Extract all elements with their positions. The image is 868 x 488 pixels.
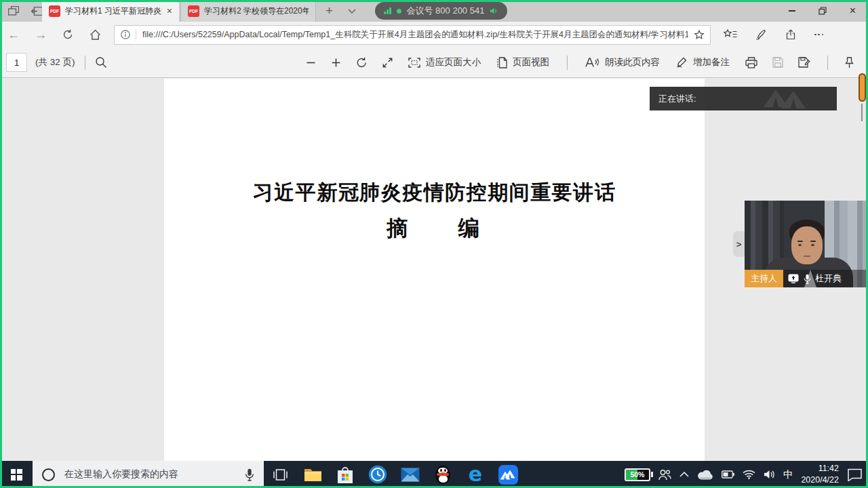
windows-logo-icon [11, 469, 22, 481]
pdf-page: 习近平新冠肺炎疫情防控期间重要讲话 摘 编 [164, 79, 705, 461]
favorites-hub-icon[interactable] [724, 29, 737, 40]
edge-browser-button[interactable]: e [459, 461, 492, 488]
video-name-bar: 主持人 杜开典 [745, 270, 868, 287]
wifi-tray-icon[interactable] [743, 470, 755, 479]
pdf-search-button[interactable] [95, 56, 107, 68]
onedrive-cloud-icon[interactable] [697, 470, 713, 480]
refresh-button[interactable] [54, 29, 81, 40]
fit-page-button[interactable]: 适应页面大小 [400, 56, 489, 68]
tray-overflow-chevron-icon[interactable] [679, 472, 689, 477]
home-button[interactable] [81, 29, 108, 40]
page-count-label: (共 32 页) [35, 56, 75, 68]
close-tab-icon[interactable]: × [167, 6, 172, 16]
read-aloud-icon [585, 57, 599, 68]
divider [827, 56, 828, 70]
mail-app-button[interactable] [394, 461, 427, 488]
tab-study-material-1[interactable]: PDF 学习材料1 习近平新冠肺炎疫情 × [42, 0, 179, 22]
status-dot [397, 9, 401, 14]
clock-date: 2020/4/22 [801, 474, 839, 486]
pdf-content-area: 习近平新冠肺炎疫情防控期间重要讲话 摘 编 [0, 79, 868, 461]
restore-icon [818, 7, 827, 15]
share-icon[interactable] [785, 29, 796, 40]
volume-tray-icon[interactable] [764, 470, 775, 479]
plus-icon [331, 58, 341, 68]
tabs-set-aside-list-icon[interactable] [8, 6, 19, 16]
read-aloud-button[interactable]: 朗读此页内容 [577, 56, 668, 68]
expand-icon [382, 58, 393, 68]
clock-app-button[interactable] [361, 461, 394, 488]
meeting-id-label: 会议号 800 200 541 [407, 5, 485, 17]
search-mic-icon[interactable] [245, 468, 254, 481]
annotate-pen-icon[interactable] [755, 29, 767, 40]
pdf-file-icon: PDF [49, 5, 60, 17]
fullscreen-button[interactable] [375, 58, 400, 68]
speaker-icon [490, 7, 498, 15]
info-icon [121, 30, 130, 39]
zoom-in-button[interactable] [323, 58, 349, 68]
close-window-button[interactable]: × [837, 0, 868, 22]
search-icon [95, 56, 107, 68]
save-icon [772, 57, 783, 68]
now-speaking-label: 正在讲话: [658, 93, 696, 105]
video-panel-collapse-button[interactable]: > [733, 231, 745, 257]
people-tray-icon[interactable] [658, 469, 671, 481]
tab-list-chevron-icon[interactable] [348, 9, 356, 14]
back-button[interactable]: ← [0, 28, 27, 42]
battery-tray-icon[interactable] [722, 470, 734, 479]
file-explorer-button[interactable] [296, 461, 329, 488]
save-as-button[interactable] [791, 57, 818, 68]
tab-title: 学习材料2 学校领导在2020年春 [204, 5, 309, 17]
pin-toolbar-button[interactable] [837, 57, 861, 68]
page-number-input[interactable]: 1 [6, 53, 27, 72]
document-title-line1: 习近平新冠肺炎疫情防控期间重要讲话 [164, 179, 705, 207]
document-title-line2: 摘 编 [164, 214, 705, 243]
action-center-icon[interactable] [847, 468, 863, 481]
start-button[interactable] [0, 461, 33, 488]
fit-page-icon [408, 58, 420, 68]
print-button[interactable] [738, 57, 765, 68]
qq-button[interactable] [427, 461, 459, 488]
more-menu-icon[interactable] [814, 34, 823, 36]
scrollbar-thumb[interactable] [859, 73, 866, 102]
set-tabs-aside-icon[interactable] [31, 7, 43, 16]
meeting-id-pill[interactable]: 会议号 800 200 541 [375, 2, 507, 20]
tab-study-material-2[interactable]: PDF 学习材料2 学校领导在2020年春 [180, 0, 316, 22]
edge-logo-icon: e [469, 464, 482, 485]
now-speaking-overlay: 正在讲话: [650, 87, 837, 110]
taskbar-search-box[interactable]: 在这里输入你要搜索的内容 [33, 461, 264, 488]
signal-strength-icon [384, 7, 391, 14]
task-view-icon [273, 469, 288, 481]
taskbar-clock[interactable]: 11:42 2020/4/22 [801, 463, 839, 486]
fit-page-label: 适应页面大小 [426, 56, 481, 68]
add-favorite-star-icon[interactable] [694, 30, 705, 40]
clock-time: 11:42 [801, 463, 839, 474]
page-view-button[interactable]: 页面视图 [489, 56, 557, 68]
task-view-button[interactable] [264, 461, 296, 488]
forward-button[interactable]: → [27, 28, 54, 42]
minimize-icon [789, 10, 795, 12]
restore-button[interactable] [807, 0, 837, 22]
qq-penguin-icon [434, 464, 452, 485]
participant-video-window[interactable]: 主持人 杜开典 [745, 201, 868, 287]
save-as-icon [798, 57, 810, 68]
microsoft-store-button[interactable] [329, 461, 361, 488]
page-view-label: 页面视图 [513, 56, 549, 68]
participant-name: 杜开典 [815, 272, 842, 285]
scrollbar-track[interactable] [861, 104, 863, 121]
add-note-button[interactable]: 增加备注 [668, 56, 738, 68]
url-field[interactable]: file:///C:/Users/52259/AppData/Local/Tem… [114, 25, 711, 45]
ime-indicator[interactable]: 中 [783, 468, 793, 481]
zoom-out-button[interactable] [298, 58, 323, 68]
store-icon [337, 466, 353, 484]
tencent-meeting-button[interactable] [492, 461, 524, 488]
pdf-toolbar: 1 (共 32 页) 适应页面大小 页面视 [0, 47, 868, 78]
pin-icon [845, 57, 854, 68]
rotate-button[interactable] [349, 57, 375, 68]
minimize-button[interactable] [776, 0, 807, 22]
screen-sharing-icon [788, 274, 799, 283]
minus-icon [306, 58, 316, 68]
new-tab-button[interactable]: + [326, 3, 333, 18]
battery-widget[interactable]: 50% [625, 468, 650, 481]
refresh-icon [62, 29, 73, 40]
read-aloud-label: 朗读此页内容 [605, 56, 660, 68]
